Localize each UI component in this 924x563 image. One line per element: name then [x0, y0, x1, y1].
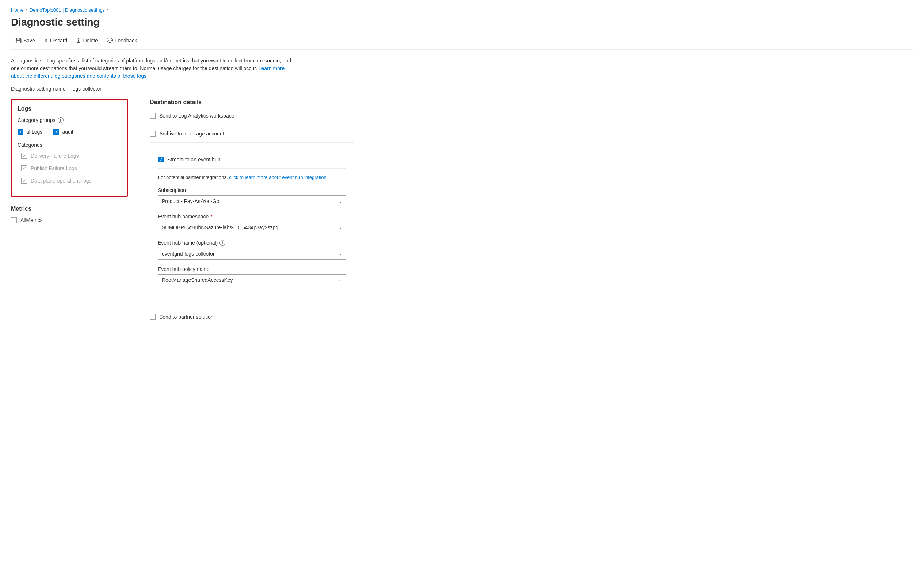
delete-label: Delete — [83, 37, 98, 43]
save-icon: 💾 — [15, 37, 21, 43]
policy-value: RootManageSharedAccessKey — [162, 277, 233, 283]
event-hub-box: Stream to an event hub For potential par… — [150, 148, 354, 301]
feedback-button[interactable]: 💬 Feedback — [102, 35, 141, 46]
stream-event-hub-label: Stream to an event hub — [167, 157, 220, 162]
namespace-required-star: * — [210, 214, 212, 219]
namespace-chevron-icon: ⌄ — [339, 225, 342, 230]
subscription-dropdown[interactable]: Product - Pay-As-You-Go ⌄ — [158, 195, 346, 207]
discard-icon: ✕ — [44, 37, 48, 43]
allLogs-checkbox[interactable] — [18, 129, 23, 135]
category-groups-checkboxes: allLogs audit — [18, 129, 121, 135]
partner-solution-checkbox[interactable] — [150, 314, 156, 320]
ellipsis-button[interactable]: ... — [104, 18, 114, 27]
all-metrics-checkbox[interactable] — [11, 217, 17, 223]
category-groups-info-icon[interactable]: i — [58, 117, 63, 123]
hub-name-group: Event hub name (optional) i eventgrid-lo… — [158, 240, 346, 260]
namespace-group: Event hub namespace * SUMOBREvtHubNSazur… — [158, 214, 346, 233]
logs-section-box: Logs Category groups i allLogs audit Cat… — [11, 99, 128, 197]
subscription-group: Subscription Product - Pay-As-You-Go ⌄ — [158, 187, 346, 207]
policy-label-text: Event hub policy name — [158, 266, 210, 272]
save-label: Save — [23, 37, 35, 43]
description-main: A diagnostic setting specifies a list of… — [11, 58, 291, 71]
namespace-dropdown[interactable]: SUMOBREvtHubNSazure-labs-0015434p3ay2szp… — [158, 222, 346, 233]
subscription-label: Subscription — [158, 187, 346, 193]
policy-dropdown[interactable]: RootManageSharedAccessKey ⌄ — [158, 274, 346, 286]
breadcrumb: Home › DemoTopic001 | Diagnostic setting… — [11, 7, 913, 13]
breadcrumb-topic[interactable]: DemoTopic001 | Diagnostic settings — [30, 7, 105, 13]
namespace-value: SUMOBREvtHubNSazure-labs-0015434p3ay2szp… — [162, 225, 278, 231]
policy-label: Event hub policy name — [158, 266, 346, 272]
subscription-chevron-icon: ⌄ — [339, 199, 342, 204]
delivery-failure-logs-checkbox[interactable] — [21, 153, 27, 159]
delivery-failure-logs-item: Delivery Failure Logs — [18, 153, 121, 159]
delete-icon: 🗑 — [76, 37, 81, 43]
allLogs-label: allLogs — [26, 129, 42, 135]
feedback-icon: 💬 — [106, 37, 113, 43]
delivery-failure-logs-label: Delivery Failure Logs — [31, 153, 79, 159]
event-hub-header: Stream to an event hub — [158, 157, 346, 169]
subscription-value: Product - Pay-As-You-Go — [162, 198, 219, 204]
toolbar: 💾 Save ✕ Discard 🗑 Delete 💬 Feedback — [11, 35, 913, 49]
category-groups-row: Category groups i — [18, 117, 121, 123]
hub-name-label-text: Event hub name (optional) — [158, 240, 218, 246]
delete-button[interactable]: 🗑 Delete — [72, 35, 102, 46]
description-text: A diagnostic setting specifies a list of… — [11, 57, 296, 80]
archive-storage-item: Archive to a storage account — [150, 131, 354, 143]
destination-title: Destination details — [150, 99, 354, 106]
publish-failure-logs-checkbox[interactable] — [21, 165, 27, 171]
namespace-label: Event hub namespace * — [158, 214, 346, 219]
data-plane-ops-item: Data plane operations logs — [18, 178, 121, 184]
breadcrumb-home[interactable]: Home — [11, 7, 24, 13]
partner-link[interactable]: click to learn more about event hub inte… — [229, 175, 328, 180]
discard-label: Discard — [50, 37, 67, 43]
publish-failure-logs-item: Publish Failure Logs — [18, 165, 121, 171]
policy-group: Event hub policy name RootManageSharedAc… — [158, 266, 346, 286]
allLogs-checkbox-item: allLogs — [18, 129, 42, 135]
hub-name-label: Event hub name (optional) i — [158, 240, 346, 246]
audit-checkbox-item: audit — [53, 129, 73, 135]
publish-failure-logs-label: Publish Failure Logs — [31, 165, 77, 171]
logs-section-title: Logs — [18, 106, 121, 112]
partner-solution-label: Send to partner solution — [159, 314, 214, 320]
log-analytics-checkbox[interactable] — [150, 113, 156, 119]
left-panel: Logs Category groups i allLogs audit Cat… — [11, 99, 128, 223]
save-button[interactable]: 💾 Save — [11, 35, 39, 46]
right-panel: Destination details Send to Log Analytic… — [150, 99, 354, 320]
partner-info-text: For potential partner integrations, — [158, 175, 228, 180]
metrics-section-title: Metrics — [11, 205, 128, 212]
data-plane-ops-checkbox[interactable] — [21, 178, 27, 184]
setting-name-label: Diagnostic setting name — [11, 86, 65, 91]
audit-label: audit — [62, 129, 73, 135]
subscription-label-text: Subscription — [158, 187, 186, 193]
hub-name-info-icon[interactable]: i — [219, 240, 225, 246]
partner-text: For potential partner integrations, clic… — [158, 175, 346, 180]
feedback-label: Feedback — [115, 37, 137, 43]
audit-checkbox[interactable] — [53, 129, 59, 135]
all-metrics-label: AllMetrics — [21, 217, 43, 223]
categories-label: Categories — [18, 142, 121, 148]
main-layout: Logs Category groups i allLogs audit Cat… — [11, 99, 913, 320]
data-plane-ops-label: Data plane operations logs — [31, 178, 92, 184]
policy-chevron-icon: ⌄ — [339, 277, 342, 283]
all-metrics-item: AllMetrics — [11, 217, 128, 223]
breadcrumb-sep1: › — [26, 7, 27, 13]
setting-name-row: Diagnostic setting name logs-collector — [11, 86, 913, 91]
archive-storage-label: Archive to a storage account — [159, 131, 224, 136]
hub-name-dropdown[interactable]: eventgrid-logs-collector ⌄ — [158, 248, 346, 260]
hub-name-chevron-icon: ⌄ — [339, 251, 342, 256]
metrics-section: Metrics AllMetrics — [11, 205, 128, 223]
page-title-row: Diagnostic setting ... — [11, 16, 913, 28]
log-analytics-item: Send to Log Analytics workspace — [150, 113, 354, 125]
namespace-label-text: Event hub namespace — [158, 214, 208, 219]
page-title: Diagnostic setting — [11, 16, 100, 28]
breadcrumb-sep2: › — [107, 7, 108, 13]
archive-storage-checkbox[interactable] — [150, 131, 156, 136]
hub-name-value: eventgrid-logs-collector — [162, 251, 215, 257]
log-analytics-label: Send to Log Analytics workspace — [159, 113, 234, 119]
stream-event-hub-checkbox[interactable] — [158, 157, 164, 162]
discard-button[interactable]: ✕ Discard — [39, 35, 72, 46]
category-groups-label: Category groups — [18, 117, 56, 123]
setting-name-value: logs-collector — [71, 86, 101, 91]
partner-solution-item: Send to partner solution — [150, 308, 354, 320]
